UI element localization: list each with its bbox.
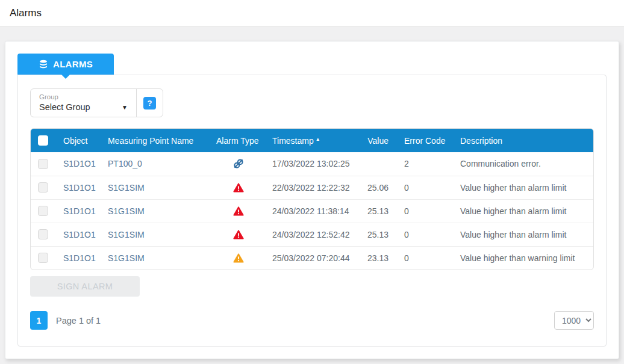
sort-asc-icon: ▲ <box>316 137 320 142</box>
table-row: S1D1O1 S1G1SIM <box>31 176 593 199</box>
row-checkbox[interactable] <box>38 253 48 263</box>
error-code-cell: 0 <box>392 246 455 270</box>
alarms-table: Object Measuring Point Name Alarm Type T… <box>30 128 594 270</box>
object-link[interactable]: S1D1O1 <box>55 199 103 223</box>
description-cell: Communication error. <box>455 152 593 176</box>
object-link[interactable]: S1D1O1 <box>55 246 103 270</box>
error-code-cell: 0 <box>392 176 455 199</box>
table-header-row: Object Measuring Point Name Alarm Type T… <box>31 129 593 152</box>
tab-label: ALARMS <box>53 59 93 69</box>
timestamp-cell: 24/03/2022 12:52:42 <box>266 223 359 246</box>
value-cell: 25.13 <box>359 223 392 246</box>
row-checkbox[interactable] <box>38 182 48 193</box>
sign-alarm-button[interactable]: SIGN ALARM <box>30 276 140 297</box>
timestamp-cell: 25/03/2022 07:20:44 <box>266 246 359 270</box>
value-cell: 25.06 <box>359 176 392 199</box>
help-button[interactable]: ? <box>136 89 163 117</box>
row-checkbox[interactable] <box>38 159 48 169</box>
value-cell: 23.13 <box>359 246 392 270</box>
column-header-value[interactable]: Value <box>359 129 392 152</box>
description-cell: Value higher than alarm limit <box>455 199 593 223</box>
group-filter: Group Select Group ▼ ? <box>30 88 163 117</box>
error-code-cell: 0 <box>392 199 455 223</box>
error-code-cell: 2 <box>392 152 455 176</box>
page-count-label: Page 1 of 1 <box>56 316 101 325</box>
help-icon: ? <box>143 97 156 110</box>
value-cell: 25.13 <box>359 199 392 223</box>
column-header-measuring-point[interactable]: Measuring Point Name <box>103 129 211 152</box>
measuring-point-link[interactable]: S1G1SIM <box>103 223 211 246</box>
group-value: Select Group <box>39 101 90 113</box>
table-row: S1D1O1 S1G1SIM <box>31 223 593 246</box>
tab-alarms[interactable]: ALARMS <box>17 54 114 75</box>
select-all-checkbox[interactable] <box>38 135 48 146</box>
alarms-card: ALARMS Group Select Group ▼ ? <box>5 41 619 359</box>
page-header: Alarms <box>0 0 624 27</box>
measuring-point-link[interactable]: S1G1SIM <box>103 176 211 199</box>
column-header-error-code[interactable]: Error Code <box>392 129 455 152</box>
group-label: Group <box>39 93 128 101</box>
measuring-point-link[interactable]: S1G1SIM <box>103 199 211 223</box>
measuring-point-link[interactable]: PT100_0 <box>103 152 211 176</box>
alarms-panel: Group Select Group ▼ ? Object <box>17 75 607 347</box>
communication-error-icon <box>233 158 244 169</box>
object-link[interactable]: S1D1O1 <box>55 223 103 246</box>
page-title: Alarms <box>10 7 614 19</box>
alarm-warning-icon <box>233 230 244 239</box>
measuring-point-link[interactable]: S1G1SIM <box>103 246 211 270</box>
database-icon <box>39 60 48 69</box>
row-checkbox[interactable] <box>38 206 48 216</box>
description-cell: Value higher than alarm limit <box>455 223 593 246</box>
timestamp-cell: 22/03/2022 12:22:32 <box>266 176 359 199</box>
timestamp-cell: 24/03/2022 11:38:14 <box>266 199 359 223</box>
table-row: S1D1O1 S1G1SIM <box>31 246 593 270</box>
table-row: S1D1O1 PT100_0 <box>31 152 593 176</box>
column-header-object[interactable]: Object <box>55 129 103 152</box>
description-cell: Value higher than alarm limit <box>455 176 593 199</box>
table-row: S1D1O1 S1G1SIM <box>31 199 593 223</box>
alarm-warning-icon <box>233 183 244 193</box>
pagination: 1 Page 1 of 1 1000 <box>30 311 594 330</box>
column-header-alarm-type[interactable]: Alarm Type <box>211 129 266 152</box>
page-1-button[interactable]: 1 <box>30 311 48 330</box>
row-checkbox[interactable] <box>38 229 48 239</box>
group-select[interactable]: Group Select Group ▼ <box>31 89 136 117</box>
page-size-select[interactable]: 1000 <box>554 311 594 330</box>
chevron-down-icon: ▼ <box>122 104 128 111</box>
object-link[interactable]: S1D1O1 <box>55 176 103 199</box>
value-cell <box>359 152 392 176</box>
column-header-description[interactable]: Description <box>455 129 593 152</box>
error-code-cell: 0 <box>392 223 455 246</box>
warning-limit-icon <box>233 253 244 263</box>
description-cell: Value higher than warning limit <box>455 246 593 270</box>
timestamp-cell: 17/03/2022 13:02:25 <box>266 152 359 176</box>
alarm-warning-icon <box>233 206 244 216</box>
object-link[interactable]: S1D1O1 <box>55 152 103 176</box>
column-header-timestamp[interactable]: Timestamp▲ <box>266 129 359 152</box>
page-body: ALARMS Group Select Group ▼ ? <box>0 27 624 364</box>
